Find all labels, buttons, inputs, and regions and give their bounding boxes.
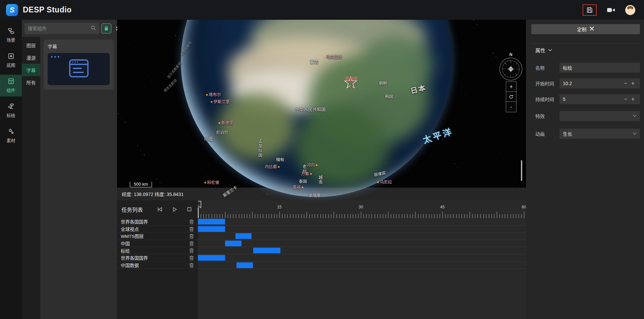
ruler-tick	[380, 214, 380, 218]
play-icon[interactable]	[172, 207, 177, 212]
reset-view-button[interactable]	[506, 92, 516, 102]
ruler-tick	[364, 214, 364, 218]
duration-value[interactable]: 5	[563, 97, 622, 102]
timeline-chart[interactable]: 15304560	[198, 200, 526, 319]
zoom-out-button[interactable]: -	[506, 102, 516, 112]
gantt-row[interactable]	[198, 226, 526, 233]
tab-字幕[interactable]: 字幕	[22, 64, 40, 76]
name-field[interactable]	[563, 65, 637, 70]
gantt-bar[interactable]	[225, 241, 241, 246]
search-box	[24, 23, 99, 34]
duration-plus-button[interactable]: +	[629, 96, 637, 102]
delete-task-icon[interactable]	[189, 263, 194, 268]
search-input[interactable]	[28, 26, 89, 31]
map-viewport[interactable]: 蒙古乌兰巴托中华人民共和国朝鲜韩国日本太平洋尼泊尔印度新德里伊斯兰堡喀布尔孟加拉…	[117, 20, 526, 200]
playhead-flag[interactable]	[198, 201, 202, 210]
tab-图层[interactable]: 图层	[22, 39, 40, 51]
gantt-bar[interactable]	[253, 248, 280, 253]
map-label-text: 内比都	[265, 165, 277, 169]
gantt-row[interactable]	[198, 233, 526, 240]
gantt-row[interactable]	[198, 218, 526, 226]
map-label-text: 伊斯兰堡	[213, 100, 229, 104]
user-avatar[interactable]	[625, 5, 635, 15]
gantt-row[interactable]	[198, 240, 526, 247]
sidebar-item-scene[interactable]: 场景	[0, 24, 22, 46]
delete-task-icon[interactable]	[189, 241, 194, 246]
thumbnail-dots	[51, 56, 59, 58]
stop-icon[interactable]	[187, 207, 192, 212]
task-row[interactable]: 中国	[117, 240, 198, 247]
city-dot	[377, 182, 379, 183]
delete-task-icon[interactable]	[189, 227, 194, 232]
duration-minus-button[interactable]: −	[622, 96, 629, 102]
zoom-in-button[interactable]: +	[506, 82, 516, 92]
ruler-tick	[413, 214, 413, 218]
tab-漫游[interactable]: 漫游	[22, 51, 40, 64]
sidebar-item-plotting[interactable]: 标绘	[0, 100, 22, 122]
compass[interactable]: N	[499, 58, 522, 80]
ruler-tick	[519, 214, 519, 218]
sidebar-item-assets[interactable]: 素材	[0, 125, 22, 147]
task-row[interactable]: 标绘	[117, 247, 198, 254]
properties-section-header[interactable]: 属性	[535, 47, 552, 54]
start-time-minus-button[interactable]: −	[622, 80, 629, 86]
ruler-tick	[206, 214, 206, 218]
delete-task-icon[interactable]	[189, 255, 194, 260]
ruler-tick	[296, 214, 296, 218]
app-logo: S	[6, 4, 18, 16]
map-label-text: 越南	[318, 175, 323, 185]
animation-select[interactable]: 生长	[559, 129, 640, 139]
ruler-tick	[494, 214, 494, 218]
map-label: 缅甸	[276, 156, 284, 162]
list-view-toggle[interactable]	[101, 23, 111, 34]
duration-row: 持续时间 5 − +	[535, 94, 640, 104]
gantt-bar[interactable]	[198, 219, 225, 225]
component-panel-toolbar	[22, 20, 117, 37]
skip-to-start-icon[interactable]	[157, 207, 163, 212]
star-dot	[171, 113, 171, 114]
delete-task-icon[interactable]	[189, 219, 194, 224]
delete-task-icon[interactable]	[189, 234, 194, 239]
gantt-row[interactable]	[198, 262, 526, 269]
task-row[interactable]: 世界各国国界	[117, 218, 198, 226]
map-label-text: 缅甸	[276, 157, 284, 162]
effect-select[interactable]	[559, 111, 640, 121]
gantt-bar[interactable]	[198, 226, 225, 232]
star-dot	[465, 94, 466, 94]
gantt-row[interactable]	[198, 247, 526, 254]
ruler-tick	[315, 214, 315, 218]
ruler-tick	[524, 212, 524, 218]
video-camera-icon[interactable]	[607, 7, 615, 13]
sidebar-item-basemap[interactable]: 底图	[0, 50, 22, 71]
ruler-tick	[511, 214, 511, 218]
scale-bar: 500 km	[130, 182, 152, 187]
center-area: 蒙古乌兰巴托中华人民共和国朝鲜韩国日本太平洋尼泊尔印度新德里伊斯兰堡喀布尔孟加拉…	[117, 20, 526, 319]
sidebar-item-components[interactable]: 组件	[0, 75, 22, 97]
city-dot	[206, 94, 208, 96]
gantt-bar[interactable]	[235, 233, 252, 239]
star-dot	[156, 179, 157, 179]
task-list-column: 任务列表	[117, 200, 198, 319]
save-icon[interactable]	[586, 6, 593, 14]
task-row[interactable]: 全球视点	[117, 226, 198, 233]
chevron-down-icon	[548, 49, 552, 52]
star-dot	[473, 20, 474, 20]
delete-task-icon[interactable]	[189, 248, 194, 253]
task-name: WMTS图层	[121, 233, 144, 239]
start-time-plus-button[interactable]: +	[629, 80, 637, 86]
start-time-value[interactable]: 10.2	[563, 81, 622, 86]
map-scrollbar[interactable]	[521, 160, 522, 181]
gantt-bar[interactable]	[198, 255, 225, 261]
task-row[interactable]: WMTS图层	[117, 233, 198, 240]
tab-所有[interactable]: 所有	[22, 76, 40, 88]
ruler-tick	[361, 212, 361, 218]
ruler-tick	[304, 214, 304, 218]
gantt-row[interactable]	[198, 254, 526, 262]
customize-button[interactable]: 定制	[531, 24, 640, 34]
component-card-subtitle[interactable]: 字幕	[44, 40, 114, 90]
task-row[interactable]: 世界各国国界	[117, 254, 198, 262]
task-row[interactable]: 中国数据	[117, 262, 198, 269]
gantt-bar[interactable]	[236, 262, 253, 268]
task-name: 全球视点	[121, 226, 139, 232]
ruler-tick	[252, 212, 253, 218]
